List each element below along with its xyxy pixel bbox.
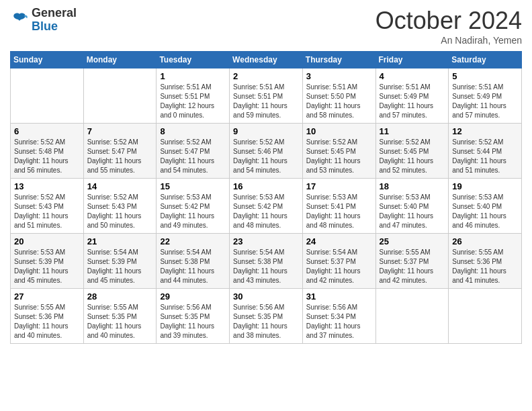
calendar-cell: 31Sunrise: 5:56 AMSunset: 5:34 PMDayligh… bbox=[302, 289, 375, 344]
day-number: 13 bbox=[14, 181, 80, 191]
day-info: Sunrise: 5:56 AMSunset: 5:35 PMDaylight:… bbox=[160, 303, 226, 340]
month-title: October 2024 bbox=[375, 7, 522, 35]
calendar-cell: 3Sunrise: 5:51 AMSunset: 5:50 PMDaylight… bbox=[302, 68, 375, 124]
column-header-thursday: Thursday bbox=[302, 52, 375, 68]
calendar-cell bbox=[83, 68, 157, 124]
calendar-cell: 22Sunrise: 5:54 AMSunset: 5:38 PMDayligh… bbox=[157, 234, 230, 289]
day-number: 4 bbox=[380, 71, 445, 81]
day-number: 22 bbox=[160, 236, 226, 246]
calendar-cell: 26Sunrise: 5:55 AMSunset: 5:36 PMDayligh… bbox=[449, 234, 522, 289]
day-info: Sunrise: 5:52 AMSunset: 5:43 PMDaylight:… bbox=[87, 193, 153, 230]
calendar-cell: 13Sunrise: 5:52 AMSunset: 5:43 PMDayligh… bbox=[11, 179, 84, 234]
day-info: Sunrise: 5:53 AMSunset: 5:42 PMDaylight:… bbox=[160, 193, 226, 230]
day-info: Sunrise: 5:51 AMSunset: 5:49 PMDaylight:… bbox=[452, 83, 518, 120]
day-number: 10 bbox=[306, 126, 372, 136]
calendar-cell: 28Sunrise: 5:55 AMSunset: 5:35 PMDayligh… bbox=[83, 289, 157, 344]
day-number: 19 bbox=[452, 181, 518, 191]
day-info: Sunrise: 5:54 AMSunset: 5:38 PMDaylight:… bbox=[233, 248, 299, 285]
day-info: Sunrise: 5:51 AMSunset: 5:51 PMDaylight:… bbox=[160, 83, 226, 120]
day-info: Sunrise: 5:53 AMSunset: 5:42 PMDaylight:… bbox=[233, 193, 299, 230]
day-number: 29 bbox=[160, 291, 226, 302]
day-info: Sunrise: 5:55 AMSunset: 5:35 PMDaylight:… bbox=[87, 303, 153, 340]
calendar-cell: 7Sunrise: 5:52 AMSunset: 5:47 PMDaylight… bbox=[83, 124, 157, 179]
day-info: Sunrise: 5:53 AMSunset: 5:40 PMDaylight:… bbox=[380, 193, 445, 230]
day-info: Sunrise: 5:56 AMSunset: 5:34 PMDaylight:… bbox=[306, 303, 372, 340]
calendar-cell: 27Sunrise: 5:55 AMSunset: 5:36 PMDayligh… bbox=[11, 289, 84, 344]
day-number: 3 bbox=[306, 71, 372, 81]
day-number: 6 bbox=[14, 126, 80, 136]
day-number: 27 bbox=[14, 291, 80, 302]
calendar-cell bbox=[449, 289, 522, 344]
day-info: Sunrise: 5:55 AMSunset: 5:37 PMDaylight:… bbox=[380, 248, 445, 285]
calendar-cell: 23Sunrise: 5:54 AMSunset: 5:38 PMDayligh… bbox=[230, 234, 303, 289]
day-info: Sunrise: 5:55 AMSunset: 5:36 PMDaylight:… bbox=[14, 303, 80, 340]
title-block: October 2024 An Nadirah, Yemen bbox=[375, 7, 522, 46]
day-info: Sunrise: 5:52 AMSunset: 5:44 PMDaylight:… bbox=[452, 138, 518, 175]
day-number: 30 bbox=[233, 291, 299, 302]
day-info: Sunrise: 5:56 AMSunset: 5:35 PMDaylight:… bbox=[233, 303, 299, 340]
day-info: Sunrise: 5:52 AMSunset: 5:48 PMDaylight:… bbox=[14, 138, 80, 175]
week-row-1: 1Sunrise: 5:51 AMSunset: 5:51 PMDaylight… bbox=[11, 68, 522, 124]
calendar-header-row: SundayMondayTuesdayWednesdayThursdayFrid… bbox=[11, 52, 522, 68]
calendar-cell: 12Sunrise: 5:52 AMSunset: 5:44 PMDayligh… bbox=[449, 124, 522, 179]
calendar-cell: 25Sunrise: 5:55 AMSunset: 5:37 PMDayligh… bbox=[375, 234, 449, 289]
day-info: Sunrise: 5:51 AMSunset: 5:50 PMDaylight:… bbox=[306, 83, 372, 120]
calendar-cell: 24Sunrise: 5:54 AMSunset: 5:37 PMDayligh… bbox=[302, 234, 375, 289]
day-info: Sunrise: 5:54 AMSunset: 5:37 PMDaylight:… bbox=[306, 248, 372, 285]
day-number: 11 bbox=[380, 126, 445, 136]
logo-text: General Blue bbox=[32, 7, 77, 34]
calendar-cell bbox=[375, 289, 449, 344]
logo: General Blue bbox=[10, 7, 77, 34]
calendar-cell: 2Sunrise: 5:51 AMSunset: 5:51 PMDaylight… bbox=[230, 68, 303, 124]
day-number: 31 bbox=[306, 291, 372, 302]
day-info: Sunrise: 5:52 AMSunset: 5:47 PMDaylight:… bbox=[160, 138, 226, 175]
day-info: Sunrise: 5:52 AMSunset: 5:45 PMDaylight:… bbox=[306, 138, 372, 175]
calendar-cell: 8Sunrise: 5:52 AMSunset: 5:47 PMDaylight… bbox=[157, 124, 230, 179]
week-row-3: 13Sunrise: 5:52 AMSunset: 5:43 PMDayligh… bbox=[11, 179, 522, 234]
day-info: Sunrise: 5:53 AMSunset: 5:40 PMDaylight:… bbox=[452, 193, 518, 230]
day-number: 5 bbox=[452, 71, 518, 81]
day-number: 8 bbox=[160, 126, 226, 136]
week-row-4: 20Sunrise: 5:53 AMSunset: 5:39 PMDayligh… bbox=[11, 234, 522, 289]
week-row-2: 6Sunrise: 5:52 AMSunset: 5:48 PMDaylight… bbox=[11, 124, 522, 179]
calendar-cell: 5Sunrise: 5:51 AMSunset: 5:49 PMDaylight… bbox=[449, 68, 522, 124]
column-header-wednesday: Wednesday bbox=[230, 52, 303, 68]
day-info: Sunrise: 5:51 AMSunset: 5:49 PMDaylight:… bbox=[380, 83, 445, 120]
day-info: Sunrise: 5:52 AMSunset: 5:43 PMDaylight:… bbox=[14, 193, 80, 230]
calendar-cell: 9Sunrise: 5:52 AMSunset: 5:46 PMDaylight… bbox=[230, 124, 303, 179]
day-info: Sunrise: 5:54 AMSunset: 5:38 PMDaylight:… bbox=[160, 248, 226, 285]
day-number: 9 bbox=[233, 126, 299, 136]
day-number: 24 bbox=[306, 236, 372, 246]
calendar-cell: 18Sunrise: 5:53 AMSunset: 5:40 PMDayligh… bbox=[375, 179, 449, 234]
day-number: 16 bbox=[233, 181, 299, 191]
calendar-cell bbox=[11, 68, 84, 124]
day-number: 1 bbox=[160, 71, 226, 81]
calendar-cell: 4Sunrise: 5:51 AMSunset: 5:49 PMDaylight… bbox=[375, 68, 449, 124]
day-info: Sunrise: 5:53 AMSunset: 5:39 PMDaylight:… bbox=[14, 248, 80, 285]
week-row-5: 27Sunrise: 5:55 AMSunset: 5:36 PMDayligh… bbox=[11, 289, 522, 344]
day-number: 23 bbox=[233, 236, 299, 246]
calendar-body: 1Sunrise: 5:51 AMSunset: 5:51 PMDaylight… bbox=[11, 68, 522, 344]
day-number: 20 bbox=[14, 236, 80, 246]
day-number: 28 bbox=[87, 291, 153, 302]
day-number: 21 bbox=[87, 236, 153, 246]
day-number: 2 bbox=[233, 71, 299, 81]
logo-icon bbox=[10, 11, 29, 30]
calendar-cell: 20Sunrise: 5:53 AMSunset: 5:39 PMDayligh… bbox=[11, 234, 84, 289]
day-number: 12 bbox=[452, 126, 518, 136]
day-number: 7 bbox=[87, 126, 153, 136]
day-info: Sunrise: 5:53 AMSunset: 5:41 PMDaylight:… bbox=[306, 193, 372, 230]
calendar-cell: 19Sunrise: 5:53 AMSunset: 5:40 PMDayligh… bbox=[449, 179, 522, 234]
day-number: 14 bbox=[87, 181, 153, 191]
day-info: Sunrise: 5:54 AMSunset: 5:39 PMDaylight:… bbox=[87, 248, 153, 285]
location-subtitle: An Nadirah, Yemen bbox=[375, 35, 522, 46]
day-number: 25 bbox=[380, 236, 445, 246]
column-header-tuesday: Tuesday bbox=[157, 52, 230, 68]
day-number: 18 bbox=[380, 181, 445, 191]
day-number: 17 bbox=[306, 181, 372, 191]
day-info: Sunrise: 5:55 AMSunset: 5:36 PMDaylight:… bbox=[452, 248, 518, 285]
day-number: 26 bbox=[452, 236, 518, 246]
day-info: Sunrise: 5:51 AMSunset: 5:51 PMDaylight:… bbox=[233, 83, 299, 120]
calendar-cell: 10Sunrise: 5:52 AMSunset: 5:45 PMDayligh… bbox=[302, 124, 375, 179]
day-info: Sunrise: 5:52 AMSunset: 5:45 PMDaylight:… bbox=[380, 138, 445, 175]
